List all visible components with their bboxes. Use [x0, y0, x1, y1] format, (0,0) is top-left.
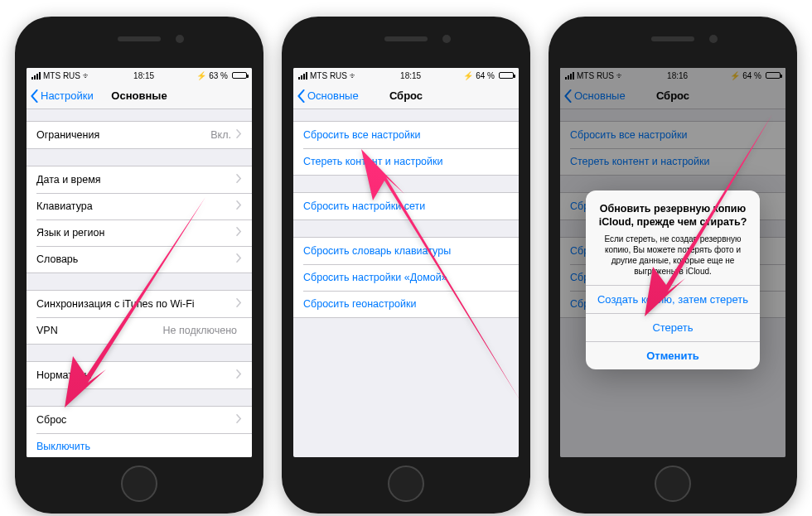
row-reset-location[interactable]: Сбросить геонастройки — [293, 291, 519, 317]
clock: 18:15 — [133, 71, 154, 80]
home-button[interactable] — [121, 465, 157, 502]
home-button[interactable] — [655, 465, 691, 502]
carrier-label: MTS RUS — [310, 71, 347, 80]
home-button[interactable] — [388, 465, 424, 502]
nav-title: Основные — [111, 89, 167, 102]
phone-frame-2: MTS RUS ᯤ 18:15 ⚡ 64 % Основные Сброс Сб… — [282, 17, 530, 514]
signal-icon — [31, 72, 41, 80]
chevron-right-icon — [236, 253, 242, 265]
battery-pct: 64 % — [476, 71, 495, 80]
clock: 18:15 — [400, 71, 421, 80]
wifi-icon: ᯤ — [83, 71, 91, 80]
row-regulatory[interactable]: Нормативы — [27, 362, 252, 388]
row-reset-network[interactable]: Сбросить настройки сети — [293, 193, 519, 219]
wifi-icon: ᯤ — [350, 71, 358, 80]
row-date-time[interactable]: Дата и время — [27, 166, 252, 193]
row-itunes-sync[interactable]: Синхронизация с iTunes по Wi-Fi — [27, 291, 252, 317]
row-vpn[interactable]: VPNНе подключено — [27, 317, 252, 344]
row-shutdown[interactable]: Выключить — [27, 433, 252, 457]
battery-icon — [232, 72, 247, 79]
alert-title: Обновить резервную копию iCloud, прежде … — [597, 202, 748, 229]
bluetooth-icon: ⚡ — [463, 71, 473, 80]
chevron-left-icon — [30, 89, 39, 103]
settings-list: Ограничения Вкл. Дата и время Клавиатура… — [27, 109, 252, 457]
row-restrictions[interactable]: Ограничения Вкл. — [27, 122, 252, 148]
row-language[interactable]: Язык и регион — [27, 219, 252, 246]
status-bar: MTS RUS ᯤ 18:15 ⚡ 63 % — [27, 68, 252, 83]
alert-message: Если стереть, не создав резервную копию,… — [597, 234, 748, 277]
row-keyboard[interactable]: Клавиатура — [27, 193, 252, 219]
screen-2: MTS RUS ᯤ 18:15 ⚡ 64 % Основные Сброс Сб… — [293, 68, 519, 457]
signal-icon — [298, 72, 307, 80]
chevron-left-icon — [297, 89, 306, 103]
nav-bar: Основные Сброс — [293, 83, 519, 109]
alert-dialog: Обновить резервную копию iCloud, прежде … — [586, 190, 760, 369]
nav-title: Сброс — [389, 89, 423, 102]
row-erase-content[interactable]: Стереть контент и настройки — [293, 148, 519, 175]
row-dictionary[interactable]: Словарь — [27, 246, 252, 272]
status-bar: MTS RUS ᯤ 18:15 ⚡ 64 % — [293, 68, 519, 83]
back-button[interactable]: Основные — [297, 83, 359, 109]
chevron-right-icon — [236, 129, 242, 141]
chevron-right-icon — [236, 227, 242, 239]
back-button[interactable]: Настройки — [30, 83, 94, 109]
nav-bar: Настройки Основные — [27, 83, 252, 109]
chevron-right-icon — [236, 369, 242, 381]
row-reset-all[interactable]: Сбросить все настройки — [293, 122, 519, 148]
chevron-right-icon — [236, 414, 242, 426]
alert-erase[interactable]: Стереть — [586, 313, 760, 341]
row-reset-home[interactable]: Сбросить настройки «Домой» — [293, 264, 519, 291]
bluetooth-icon: ⚡ — [196, 71, 206, 80]
phone-frame-1: MTS RUS ᯤ 18:15 ⚡ 63 % Настройки Основны… — [15, 17, 263, 514]
row-reset-keyboard-dict[interactable]: Сбросить словарь клавиатуры — [293, 238, 519, 264]
chevron-right-icon — [236, 298, 242, 310]
reset-list: Сбросить все настройки Стереть контент и… — [293, 109, 519, 457]
alert-backup-then-erase[interactable]: Создать копию, затем стереть — [586, 285, 760, 313]
chevron-right-icon — [236, 174, 242, 186]
battery-icon — [499, 72, 514, 79]
chevron-right-icon — [236, 200, 242, 212]
battery-pct: 63 % — [209, 71, 228, 80]
phone-frame-3: MTS RUS ᯤ 18:16 ⚡ 64 % Основные Сброс Сб… — [549, 17, 797, 514]
screen-3: MTS RUS ᯤ 18:16 ⚡ 64 % Основные Сброс Сб… — [560, 68, 785, 457]
row-reset[interactable]: Сброс — [27, 407, 252, 433]
back-label: Основные — [307, 89, 359, 102]
back-label: Настройки — [41, 89, 94, 102]
alert-cancel[interactable]: Отменить — [586, 341, 760, 369]
screen-1: MTS RUS ᯤ 18:15 ⚡ 63 % Настройки Основны… — [27, 68, 252, 457]
carrier-label: MTS RUS — [43, 71, 80, 80]
